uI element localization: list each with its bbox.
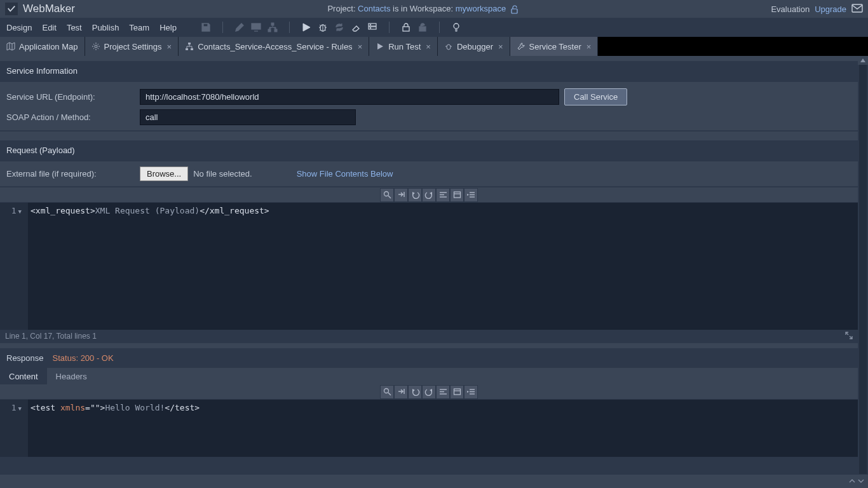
menu-publish[interactable]: Publish [87,19,125,36]
svg-line-12 [320,25,321,26]
workspace-name-link[interactable]: myworkspace [456,4,506,13]
editor-status-line: Line 1, Col 17, Total lines 1 [0,330,858,343]
scroll-up-icon[interactable] [858,56,868,65]
close-icon[interactable]: × [498,42,503,51]
svg-rect-5 [268,29,271,32]
tab-contacts-rules[interactable]: Contacts_Service-Access_Service - Rules … [179,37,369,56]
cursor-position: Line 1, Col 17, Total lines 1 [5,332,97,341]
resp-attr-eq: ="" [85,403,100,412]
fold-icon[interactable]: ▼ [18,208,22,215]
menu-team[interactable]: Team [124,19,154,36]
service-url-input[interactable] [140,89,559,105]
tab-run-test[interactable]: Run Test × [369,37,438,56]
undo-icon[interactable] [408,385,422,399]
tab-headers[interactable]: Headers [47,368,96,384]
vertical-scrollbar[interactable] [858,56,868,474]
chevron-down-icon[interactable] [858,478,864,485]
soap-label: SOAP Action / Method: [6,112,140,122]
no-file-label: No file selected. [193,169,252,179]
svg-rect-57 [454,389,460,395]
play-icon [376,42,384,51]
search-icon[interactable] [380,188,394,202]
menu-design[interactable]: Design [1,19,37,36]
request-editor[interactable]: 1▼ <xml_request>XML Request (Payload)</x… [0,203,858,330]
lightbulb-icon[interactable] [451,22,461,32]
request-header: Request (Payload) [0,140,858,160]
align-left-icon[interactable] [436,385,450,399]
show-file-link[interactable]: Show File Contents Below [297,169,393,179]
window-icon[interactable] [450,385,464,399]
xml-close-tag: </xml_request> [200,206,269,215]
unlock-icon[interactable] [511,5,519,14]
svg-marker-31 [377,43,383,50]
indent-icon[interactable] [464,188,478,202]
scroll-track[interactable] [859,65,867,474]
code-area[interactable]: <xml_request>XML Request (Payload)</xml_… [28,203,858,330]
tab-project-settings[interactable]: Project Settings × [85,37,179,56]
server-icon[interactable] [367,22,377,32]
menu-edit[interactable]: Edit [37,19,61,36]
svg-marker-38 [412,192,415,194]
separator [389,22,390,33]
xml-open-tag: <xml_request> [31,206,95,215]
project-info: Project: Contacts is in Workspace: mywor… [75,4,771,14]
response-editor[interactable]: 1▼ <test xmlns="">Hello World!</test> [0,400,858,457]
code-area[interactable]: <test xmlns="">Hello World!</test> [28,400,858,457]
call-service-button[interactable]: Call Service [564,88,627,105]
close-icon[interactable]: × [426,42,431,51]
expand-icon[interactable] [845,332,853,341]
svg-marker-7 [303,24,310,31]
indent-icon[interactable] [464,385,478,399]
upgrade-link[interactable]: Upgrade [815,4,846,14]
line-gutter: 1▼ [0,203,28,330]
lock-icon[interactable] [401,22,411,32]
goto-icon[interactable] [394,385,408,399]
align-left-icon[interactable] [436,188,450,202]
svg-point-21 [370,27,371,29]
redo-icon[interactable] [422,188,436,202]
svg-rect-28 [188,43,191,44]
tab-content[interactable]: Content [0,368,47,384]
goto-icon[interactable] [394,188,408,202]
close-icon[interactable]: × [587,42,592,51]
project-name-link[interactable]: Contacts [358,4,390,13]
svg-point-24 [454,24,459,29]
svg-marker-53 [430,389,432,391]
svg-rect-4 [271,23,274,25]
soap-action-input[interactable] [140,109,356,125]
play-icon[interactable] [301,22,311,32]
search-icon[interactable] [380,385,394,399]
tab-application-map[interactable]: Application Map [0,37,85,56]
menu-help[interactable]: Help [154,19,182,36]
tab-debugger[interactable]: Debugger × [438,37,510,56]
app-title: WebMaker [23,3,75,15]
fold-icon[interactable]: ▼ [18,405,22,412]
gear-icon [92,42,100,51]
browse-button[interactable]: Browse... [140,166,188,181]
mail-icon[interactable] [851,4,863,15]
request-body: External file (if required): Browse... N… [0,160,858,187]
resp-open-tag: <test [31,403,60,412]
close-icon[interactable]: × [167,42,172,51]
svg-rect-22 [403,27,409,31]
evaluation-label: Evaluation [771,4,810,14]
service-info-body: Service URL (Endpoint): Call Service SOA… [0,81,858,132]
bug-icon[interactable] [318,22,328,32]
service-info-header: Service Information [0,61,858,81]
eraser-icon[interactable] [351,22,361,32]
undo-icon[interactable] [408,188,422,202]
separator [439,22,440,33]
chevron-up-icon[interactable] [849,478,855,485]
response-status: Status: 200 - OK [53,353,114,363]
redo-icon[interactable] [422,385,436,399]
refresh-icon [334,22,344,32]
window-icon[interactable] [450,188,464,202]
svg-point-35 [384,192,388,196]
menu-test[interactable]: Test [62,19,87,36]
external-file-label: External file (if required): [6,169,140,179]
close-icon[interactable]: × [358,42,363,51]
svg-line-13 [325,25,326,26]
resp-text: Hello World! [105,403,165,412]
tab-service-tester[interactable]: Service Tester × [510,37,599,56]
url-label: Service URL (Endpoint): [6,92,140,102]
